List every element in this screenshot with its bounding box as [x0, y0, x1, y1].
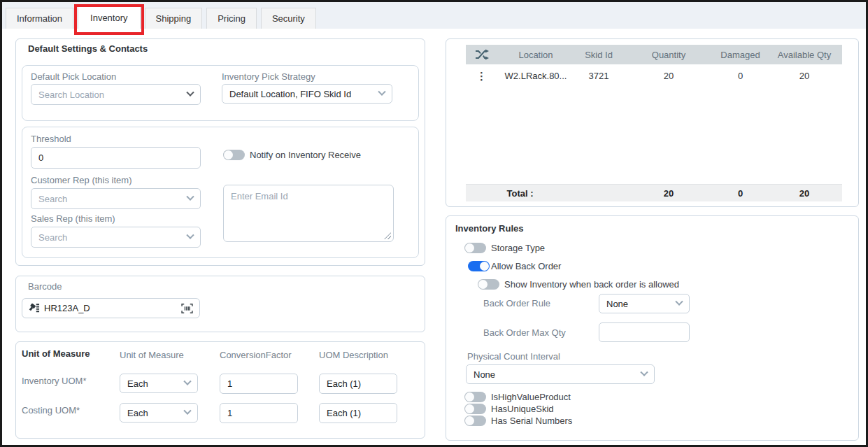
sales-rep-select[interactable]: Search	[31, 227, 201, 248]
chevron-down-icon	[378, 88, 385, 96]
tab-pricing[interactable]: Pricing	[206, 8, 257, 29]
email-field-wrap	[223, 185, 394, 242]
back-order-max-qty-input[interactable]	[599, 322, 690, 342]
costing-uom-label: Costing UOM*	[22, 405, 80, 416]
table-row: ⋮ W2.LRack.80... 3721 20 0 20	[466, 64, 842, 87]
costing-uom-description-input[interactable]	[319, 403, 397, 423]
show-inventory-label: Show Inventory when back order is allowe…	[504, 279, 679, 290]
inventory-rules-title: Inventory Rules	[455, 223, 524, 234]
storage-type-row: Storage Type	[464, 243, 545, 253]
chevron-down-icon	[186, 193, 194, 201]
pick-location-group: Default Pick Location Search Location In…	[22, 65, 419, 121]
costing-uom-select[interactable]: Each	[120, 403, 198, 423]
back-order-rule-select[interactable]: None	[599, 294, 690, 313]
barcode-label: Barcode	[28, 281, 62, 292]
notify-toggle-label: Notify on Inventory Receive	[250, 150, 361, 160]
uom-panel: Unit of Measure Unit of Measure Conversi…	[15, 341, 425, 439]
customer-rep-label: Customer Rep (this item)	[31, 175, 131, 185]
uom-title: Unit of Measure	[22, 348, 90, 359]
inventory-pick-strategy-select[interactable]: Default Location, FIFO Skid Id	[222, 84, 392, 104]
barcode-input[interactable]	[22, 298, 200, 318]
sales-rep-placeholder: Search	[38, 232, 67, 243]
default-pick-location-placeholder: Search Location	[38, 90, 104, 100]
show-inventory-toggle[interactable]	[478, 279, 499, 290]
has-unique-skid-toggle[interactable]	[464, 404, 486, 414]
customer-rep-placeholder: Search	[38, 194, 67, 204]
inventory-uom-select[interactable]: Each	[120, 374, 198, 393]
tab-inventory-wrap: Inventory	[78, 5, 140, 29]
total-quantity: 20	[623, 188, 714, 199]
col-available-qty[interactable]: Available Qty	[767, 50, 842, 60]
default-pick-location-select[interactable]: Search Location	[31, 84, 201, 105]
uom-col-description: UOM Description	[319, 350, 388, 360]
physical-count-interval-label: Physical Count Interval	[467, 351, 560, 362]
chevron-down-icon	[186, 232, 194, 239]
row-damaged: 0	[714, 71, 767, 81]
row-available-qty: 20	[767, 71, 842, 81]
physical-count-interval-value: None	[474, 369, 495, 380]
tab-information[interactable]: Information	[6, 8, 73, 29]
notify-toggle-row: Notify on Inventory Receive	[223, 150, 361, 160]
is-high-value-product-row: IsHighValueProduct	[464, 392, 571, 402]
customer-rep-select[interactable]: Search	[31, 188, 201, 209]
storage-type-toggle[interactable]	[464, 243, 486, 253]
inventory-table-header: Location Skid Id Quantity Damaged Availa…	[466, 45, 842, 64]
inventory-pick-strategy-label: Inventory Pick Strategy	[222, 71, 315, 82]
row-quantity: 20	[623, 71, 714, 81]
table-total-row: Total : 20 0 20	[466, 184, 842, 201]
is-high-value-product-toggle[interactable]	[464, 392, 486, 402]
tab-inventory[interactable]: Inventory	[78, 5, 140, 29]
inventory-uom-value: Each	[127, 378, 148, 389]
notify-on-inventory-receive-toggle[interactable]	[223, 150, 245, 160]
threshold-input[interactable]	[31, 147, 201, 169]
inventory-uom-conversion-input[interactable]	[220, 374, 298, 394]
total-label: Total :	[466, 188, 574, 199]
col-skid-id[interactable]: Skid Id	[574, 50, 623, 60]
barcode-panel: Barcode	[15, 276, 425, 332]
back-order-rule-label: Back Order Rule	[483, 298, 550, 308]
is-high-value-product-label: IsHighValueProduct	[491, 392, 571, 402]
costing-uom-conversion-input[interactable]	[220, 403, 298, 423]
default-settings-title: Default Settings & Contacts	[28, 43, 148, 54]
email-field[interactable]	[223, 185, 394, 242]
chevron-down-icon	[675, 298, 683, 306]
tab-security[interactable]: Security	[261, 8, 316, 29]
has-serial-numbers-label: Has Serial Numbers	[491, 416, 572, 426]
physical-count-interval-select[interactable]: None	[466, 364, 655, 384]
barcode-icon[interactable]	[180, 303, 194, 314]
barcode-value-input[interactable]	[44, 303, 176, 313]
tab-shipping[interactable]: Shipping	[145, 8, 203, 29]
item-details-window: Information Inventory Shipping Pricing S…	[0, 0, 868, 447]
barcode-scanner-icon	[28, 302, 40, 314]
chevron-down-icon	[183, 407, 191, 415]
has-serial-numbers-row: Has Serial Numbers	[464, 416, 572, 426]
storage-type-label: Storage Type	[491, 243, 545, 253]
allow-back-order-row: Allow Back Order	[468, 261, 561, 271]
col-quantity[interactable]: Quantity	[623, 50, 714, 60]
inventory-pick-strategy-value: Default Location, FIFO Skid Id	[229, 89, 351, 99]
has-serial-numbers-toggle[interactable]	[464, 416, 486, 426]
chevron-down-icon	[186, 89, 194, 97]
total-available-qty: 20	[767, 188, 842, 199]
inventory-uom-label: Inventory UOM*	[22, 376, 86, 386]
back-order-rule-value: None	[606, 299, 628, 309]
row-location: W2.LRack.80...	[497, 71, 574, 81]
col-location[interactable]: Location	[497, 50, 574, 60]
back-order-max-qty-label: Back Order Max Qty	[483, 327, 566, 338]
sales-rep-label: Sales Rep (this item)	[31, 213, 115, 224]
inventory-table-panel: Location Skid Id Quantity Damaged Availa…	[446, 38, 859, 207]
default-pick-location-label: Default Pick Location	[31, 71, 116, 82]
show-inventory-row: Show Inventory when back order is allowe…	[478, 279, 679, 290]
default-settings-panel: Default Settings & Contacts Default Pick…	[15, 38, 425, 266]
threshold-contacts-group: Threshold Notify on Inventory Receive Cu…	[22, 127, 419, 258]
has-unique-skid-label: HasUniqueSkid	[491, 404, 554, 414]
inventory-rules-panel: Inventory Rules Storage Type Allow Back …	[446, 215, 859, 441]
allow-back-order-label: Allow Back Order	[491, 261, 561, 271]
shuffle-icon[interactable]	[466, 49, 497, 60]
inventory-uom-description-input[interactable]	[319, 374, 397, 394]
allow-back-order-toggle[interactable]	[468, 261, 490, 271]
tab-bar: Information Inventory Shipping Pricing S…	[2, 2, 866, 29]
row-skid-id: 3721	[574, 71, 623, 81]
row-menu-icon[interactable]: ⋮	[476, 71, 487, 81]
col-damaged[interactable]: Damaged	[714, 50, 767, 60]
